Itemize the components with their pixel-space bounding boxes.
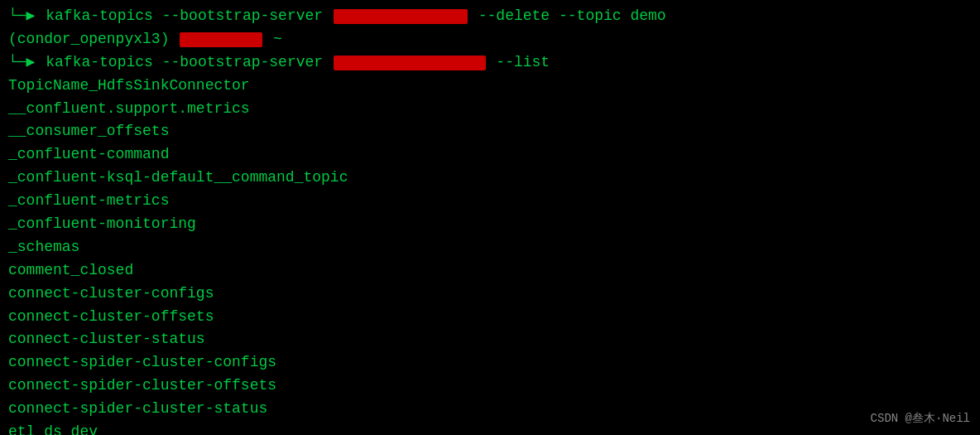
topic-name: _schemas bbox=[8, 236, 79, 259]
topic-line: connect-cluster-status bbox=[8, 328, 972, 351]
terminal-line: └─▶ kafka-topics --bootstrap-server --li… bbox=[8, 51, 972, 75]
terminal-line: └─▶ kafka-topics --bootstrap-server --de… bbox=[8, 5, 972, 28]
topic-line: __consumer_offsets bbox=[8, 120, 972, 143]
topic-name: connect-spider-cluster-status bbox=[8, 398, 267, 421]
topic-name: _confluent-monitoring bbox=[8, 213, 196, 236]
terminal-line: (condor_openpyxl3) ~ bbox=[8, 28, 972, 51]
topic-line: _confluent-ksql-default__command_topic bbox=[8, 167, 972, 190]
topic-line: etl_ds_dev bbox=[8, 421, 972, 435]
prompt-tilde: ~ bbox=[264, 28, 282, 51]
topic-line: __confluent.support.metrics bbox=[8, 98, 972, 121]
topic-name: TopicName_HdfsSinkConnector bbox=[8, 75, 250, 98]
topic-line: _confluent-command bbox=[8, 143, 972, 167]
command-text-2: --delete --topic demo bbox=[469, 5, 666, 28]
topic-name: connect-cluster-configs bbox=[8, 283, 214, 306]
topic-line: _schemas bbox=[8, 236, 972, 259]
topic-line: connect-spider-cluster-offsets bbox=[8, 375, 972, 398]
topic-line: connect-cluster-configs bbox=[8, 283, 972, 306]
topic-name: connect-spider-cluster-offsets bbox=[8, 375, 276, 398]
topic-name: _confluent-command bbox=[8, 143, 169, 167]
topic-line: connect-spider-cluster-status bbox=[8, 398, 972, 421]
command-text-3: kafka-topics --bootstrap-server bbox=[36, 51, 331, 75]
topic-line: connect-spider-cluster-configs bbox=[8, 351, 972, 375]
topic-name: __consumer_offsets bbox=[8, 120, 169, 143]
topic-name: _confluent-ksql-default__command_topic bbox=[8, 167, 348, 190]
topic-line: _confluent-metrics bbox=[8, 190, 972, 213]
topic-name: connect-cluster-status bbox=[8, 328, 205, 351]
command-text-4: --list bbox=[488, 51, 550, 75]
topic-name: comment_closed bbox=[8, 259, 133, 283]
arrow-icon-2: └─▶ bbox=[8, 51, 35, 75]
watermark-text: CSDN @叁木·Neil bbox=[871, 410, 970, 428]
redacted-ip-2 bbox=[334, 56, 486, 70]
topic-name: connect-spider-cluster-configs bbox=[8, 351, 276, 375]
topic-line: connect-cluster-offsets bbox=[8, 306, 972, 329]
topic-line: TopicName_HdfsSinkConnector bbox=[8, 75, 972, 98]
redacted-ip-1 bbox=[334, 9, 468, 24]
topic-name: connect-cluster-offsets bbox=[8, 306, 214, 329]
redacted-user bbox=[180, 32, 262, 47]
topic-line: _confluent-monitoring bbox=[8, 213, 972, 236]
topic-line: comment_closed bbox=[8, 259, 972, 283]
topic-name: _confluent-metrics bbox=[8, 190, 169, 213]
topic-name: __confluent.support.metrics bbox=[8, 98, 250, 121]
topic-name: etl_ds_dev bbox=[8, 421, 98, 435]
command-text: kafka-topics --bootstrap-server bbox=[36, 5, 331, 28]
terminal-window: └─▶ kafka-topics --bootstrap-server --de… bbox=[0, 0, 980, 435]
arrow-icon: └─▶ bbox=[8, 5, 35, 28]
prompt-text: (condor_openpyxl3) bbox=[8, 28, 178, 51]
